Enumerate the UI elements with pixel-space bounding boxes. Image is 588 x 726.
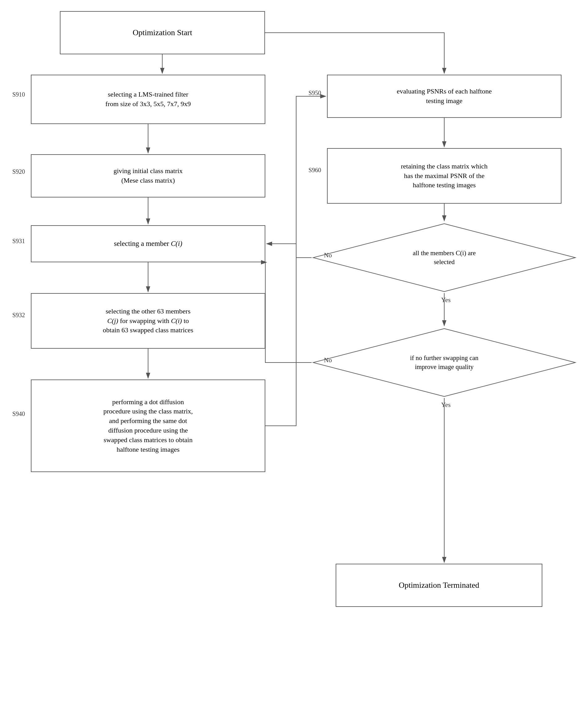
yes1-label: Yes [441,296,451,304]
yes2-label: Yes [441,401,451,409]
end-label: Optimization Terminated [399,580,479,591]
s940-step-label: S940 [12,410,25,417]
start-label: Optimization Start [133,27,192,38]
start-box: Optimization Start [60,11,265,54]
diamond2-wrapper: if no further swapping canimprove image … [312,327,577,398]
end-box: Optimization Terminated [336,564,542,607]
s910-label: selecting a LMS-trained filter from size… [105,90,191,109]
s950-label: evaluating PSNRs of each halftone testin… [397,87,492,106]
s910-step-label: S910 [12,91,25,98]
s960-step-label: S960 [309,167,321,174]
s932-label: selecting the other 63 members C(j) for … [103,307,193,335]
s960-label: retaining the class matrix which has the… [401,162,487,190]
diamond1-wrapper: all the members C(i) areselected [312,222,577,293]
diamond1-label: all the members C(i) areselected [403,246,485,270]
s931-step-label: S931 [12,237,25,245]
diamond2-label: if no further swapping canimprove image … [401,351,488,375]
no1-label: No [324,251,332,259]
s932-step-label: S932 [12,312,25,319]
s920-step-label: S920 [12,168,25,175]
diamond1: all the members C(i) areselected [312,222,577,293]
s910-box: selecting a LMS-trained filter from size… [31,75,265,124]
s931-label: selecting a member C(i) [114,239,182,249]
no2-label: No [324,356,332,364]
s960-box: retaining the class matrix which has the… [327,148,562,204]
s950-box: evaluating PSNRs of each halftone testin… [327,75,562,118]
flowchart-diagram: Optimization Start S910 selecting a LMS-… [0,0,588,726]
diamond2: if no further swapping canimprove image … [312,327,577,398]
s950-step-label: S950 [309,89,321,97]
s940-box: performing a dot diffusion procedure usi… [31,379,265,472]
s940-label: performing a dot diffusion procedure usi… [103,397,193,455]
s920-label: giving initial class matrix (Mese class … [113,166,183,185]
s931-box: selecting a member C(i) [31,225,265,262]
s932-box: selecting the other 63 members C(j) for … [31,293,265,349]
s920-box: giving initial class matrix (Mese class … [31,154,265,198]
